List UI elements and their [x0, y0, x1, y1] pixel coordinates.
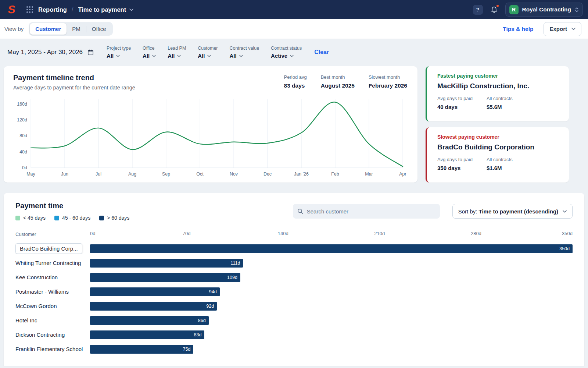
export-button[interactable]: Export: [544, 22, 581, 36]
legend-swatch: [99, 216, 104, 220]
fastest-customer-card: Fastest paying customer MacKillip Constr…: [426, 66, 569, 121]
filter-list: Project typeAllOfficeAllLead PMAllCustom…: [107, 46, 302, 59]
payment-bar[interactable]: 75d: [90, 345, 193, 354]
account-switcher[interactable]: R Royal Contracting: [505, 3, 583, 17]
fastest-label: Fastest paying customer: [437, 73, 559, 79]
stat-label: Avg days to paid: [437, 157, 473, 162]
highlights-column: Fastest paying customer MacKillip Constr…: [426, 66, 569, 183]
table-row[interactable]: Whiting Turner Contracting111d: [15, 256, 573, 270]
svg-text:0d: 0d: [22, 165, 27, 170]
bar-track: 350d: [90, 244, 573, 253]
chevron-down-icon: [290, 55, 294, 57]
export-label: Export: [549, 26, 567, 32]
filter-lead-pm[interactable]: Lead PMAll: [168, 46, 186, 59]
segment-pm[interactable]: PM: [67, 23, 86, 35]
svg-text:Oct: Oct: [196, 171, 204, 177]
tips-help-link[interactable]: Tips & help: [503, 26, 533, 32]
table-row[interactable]: Franklin Elementary School75d: [15, 342, 573, 356]
search-input[interactable]: [307, 208, 435, 215]
payment-bar[interactable]: 94d: [90, 287, 220, 296]
svg-text:Mar: Mar: [365, 171, 373, 177]
bar-value-label: 350d: [559, 246, 570, 251]
segment-customer[interactable]: Customer: [30, 23, 67, 35]
date-range-picker[interactable]: May 1, 2025 - Apr 30, 2026: [7, 49, 94, 56]
bar-value-label: 86d: [198, 318, 206, 323]
bar-track: 92d: [90, 302, 573, 311]
table-row[interactable]: Postmaster - Williams94d: [15, 284, 573, 299]
table-row[interactable]: Dickson Contracting83d: [15, 328, 573, 342]
filter-value: All: [230, 53, 259, 59]
clear-filters-button[interactable]: Clear: [314, 49, 329, 56]
bar-track: 86d: [90, 316, 573, 325]
view-by-label: View by: [4, 26, 24, 32]
payment-bar[interactable]: 111d: [90, 259, 243, 268]
svg-text:120d: 120d: [17, 117, 27, 123]
table-row[interactable]: McCown Gordon92d: [15, 299, 573, 313]
stat-label: All contracts: [487, 96, 513, 101]
notifications-bell-icon[interactable]: [490, 5, 498, 14]
axis-tick: 280d: [471, 231, 481, 236]
main-content: Payment timeline trend Average days to p…: [0, 65, 588, 368]
table-row[interactable]: Hotel Inc86d: [15, 313, 573, 328]
table-row[interactable]: BradCo Building Corp...350d: [15, 241, 573, 256]
svg-text:Jan '26: Jan '26: [294, 171, 309, 177]
stat-value: $1.6M: [487, 165, 513, 171]
legend-item: 45 - 60 days: [54, 215, 90, 221]
customer-name: Postmaster - Williams: [15, 289, 90, 295]
siteline-logo[interactable]: S: [5, 3, 18, 16]
filter-contract-value[interactable]: Contract valueAll: [230, 46, 259, 59]
stat-label: Best month: [321, 74, 355, 80]
table-row[interactable]: Kee Construction109d: [15, 270, 573, 284]
payment-bar[interactable]: 109d: [90, 273, 240, 282]
filter-customer[interactable]: CustomerAll: [198, 46, 218, 59]
payment-time-table: Customer 0d70d140d210d280d350d BradCo Bu…: [15, 230, 573, 356]
stat-value: 350 days: [437, 165, 473, 171]
customer-name: Hotel Inc: [15, 317, 90, 323]
customer-column-header: Customer: [15, 231, 90, 237]
customer-name: BradCo Building Corp...: [15, 243, 90, 254]
help-icon[interactable]: ?: [473, 5, 483, 15]
svg-text:Dec: Dec: [263, 171, 272, 177]
app-window: S Reporting / Time to payment ? R Roy: [0, 0, 588, 368]
search-icon: [297, 208, 304, 215]
filter-value: All: [168, 53, 186, 59]
stat-label: Period avg: [284, 74, 307, 80]
filter-bar: May 1, 2025 - Apr 30, 2026 Project typeA…: [0, 39, 588, 65]
view-toolbar: View by Customer PM Office Tips & help E…: [0, 19, 588, 39]
bar-value-label: 111d: [230, 261, 240, 266]
chevron-down-icon: [129, 8, 133, 11]
breadcrumb-section[interactable]: Reporting: [38, 6, 67, 13]
slowest-customer-card: Slowest paying customer BradCo Building …: [426, 127, 569, 183]
bar-track: 83d: [90, 330, 573, 339]
payment-bar[interactable]: 92d: [90, 302, 217, 311]
customer-search[interactable]: [293, 204, 440, 219]
svg-text:40d: 40d: [19, 149, 27, 155]
stat-value: February 2026: [369, 82, 407, 89]
svg-text:Sep: Sep: [162, 171, 170, 177]
apps-grid-icon[interactable]: [26, 6, 33, 13]
filter-label: Office: [143, 46, 156, 51]
filter-contract-status[interactable]: Contract statusActive: [271, 46, 302, 59]
payment-bar[interactable]: 86d: [90, 316, 209, 325]
axis-tick: 140d: [278, 231, 288, 236]
legend-swatch: [15, 216, 20, 220]
sort-dropdown[interactable]: Sort by: Time to payment (descending): [452, 204, 573, 219]
axis-tick: 0d: [90, 231, 95, 236]
report-selector[interactable]: Time to payment: [78, 6, 133, 13]
filter-project-type[interactable]: Project typeAll: [107, 46, 131, 59]
payment-bar[interactable]: 83d: [90, 330, 204, 339]
bar-value-label: 109d: [227, 275, 237, 280]
filter-value: All: [198, 53, 218, 59]
payment-bar[interactable]: 350d: [90, 244, 573, 253]
trend-stat-period-avg: Period avg83 days: [284, 74, 307, 89]
stat-value: $5.6M: [487, 104, 513, 110]
legend: < 45 days45 - 60 days> 60 days: [15, 215, 293, 221]
report-selector-label: Time to payment: [78, 6, 126, 13]
filter-label: Project type: [107, 46, 131, 51]
filter-value: Active: [271, 53, 302, 59]
payment-time-title: Payment time: [15, 202, 293, 210]
filter-value: All: [143, 53, 156, 59]
bar-track: 75d: [90, 345, 573, 354]
segment-office[interactable]: Office: [86, 23, 112, 35]
filter-office[interactable]: OfficeAll: [143, 46, 156, 59]
